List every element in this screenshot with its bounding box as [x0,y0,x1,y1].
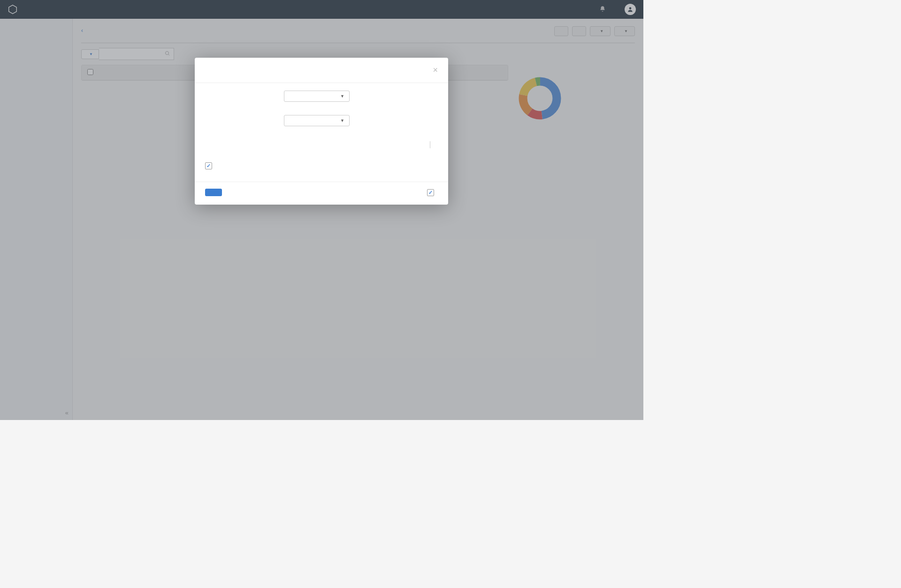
generate-report-button[interactable] [205,189,222,196]
report-select[interactable]: ▼ [284,91,350,102]
modal-close-icon[interactable]: × [433,65,438,75]
page-breaks-checkbox[interactable] [205,162,212,169]
group-by-select[interactable]: ▼ [284,115,350,126]
clear-link[interactable] [430,141,438,148]
select-all-link[interactable] [422,141,430,148]
generate-report-modal: × ▼ ▼ [195,58,448,205]
save-default-checkbox[interactable] [427,189,434,196]
caret-down-icon: ▼ [340,94,344,99]
caret-down-icon: ▼ [340,118,344,123]
